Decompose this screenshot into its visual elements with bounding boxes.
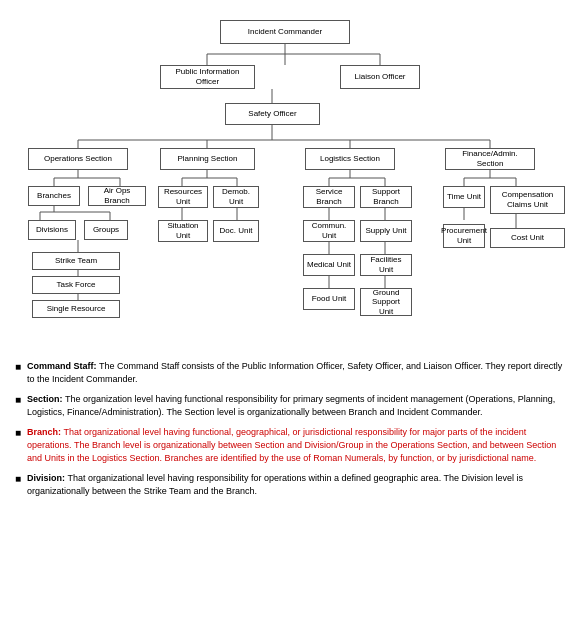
def-item-3: ■ Division: That organizational level ha… bbox=[15, 472, 570, 497]
box-resources-unit: Resources Unit bbox=[158, 186, 208, 208]
box-medical-unit: Medical Unit bbox=[303, 254, 355, 276]
box-commun-unit: Commun. Unit bbox=[303, 220, 355, 242]
box-operations: Operations Section bbox=[28, 148, 128, 170]
box-liaison: Liaison Officer bbox=[340, 65, 420, 89]
def-text-0: Command Staff: The Command Staff consist… bbox=[27, 360, 570, 385]
box-comp-claims: Compensation Claims Unit bbox=[490, 186, 565, 214]
box-air-ops: Air Ops Branch bbox=[88, 186, 146, 206]
box-ground-support: Ground Support Unit bbox=[360, 288, 412, 316]
def-body-3: That organizational level having respons… bbox=[27, 473, 523, 496]
bullet-1: ■ bbox=[15, 394, 21, 405]
def-term-2: Branch: bbox=[27, 427, 61, 437]
def-text-2: Branch: That organizational level having… bbox=[27, 426, 570, 464]
box-divisions: Divisions bbox=[28, 220, 76, 240]
box-groups: Groups bbox=[84, 220, 128, 240]
box-planning: Planning Section bbox=[160, 148, 255, 170]
def-body-2: That organizational level having functio… bbox=[27, 427, 556, 462]
box-situation-unit: Situation Unit bbox=[158, 220, 208, 242]
def-text-3: Division: That organizational level havi… bbox=[27, 472, 570, 497]
definitions-section: ■ Command Staff: The Command Staff consi… bbox=[10, 360, 575, 497]
bullet-3: ■ bbox=[15, 473, 21, 484]
def-item-1: ■ Section: The organization level having… bbox=[15, 393, 570, 418]
box-supply-unit: Supply Unit bbox=[360, 220, 412, 242]
box-food-unit: Food Unit bbox=[303, 288, 355, 310]
def-body-1: The organization level having functional… bbox=[27, 394, 555, 417]
def-item-0: ■ Command Staff: The Command Staff consi… bbox=[15, 360, 570, 385]
def-term-1: Section: bbox=[27, 394, 63, 404]
def-term-0: Command Staff: bbox=[27, 361, 97, 371]
def-item-2: ■ Branch: That organizational level havi… bbox=[15, 426, 570, 464]
box-task-force: Task Force bbox=[32, 276, 120, 294]
box-public-info: Public Information Officer bbox=[160, 65, 255, 89]
box-service-branch: Service Branch bbox=[303, 186, 355, 208]
def-text-1: Section: The organization level having f… bbox=[27, 393, 570, 418]
box-facilities-unit: Facilities Unit bbox=[360, 254, 412, 276]
org-chart: Incident Commander Public Information Of… bbox=[10, 10, 575, 350]
box-cost-unit: Cost Unit bbox=[490, 228, 565, 248]
box-logistics: Logistics Section bbox=[305, 148, 395, 170]
box-single-resource: Single Resource bbox=[32, 300, 120, 318]
bullet-0: ■ bbox=[15, 361, 21, 372]
connector-lines bbox=[10, 10, 575, 350]
def-term-3: Division: bbox=[27, 473, 65, 483]
box-branches: Branches bbox=[28, 186, 80, 206]
box-doc-unit: Doc. Unit bbox=[213, 220, 259, 242]
def-body-0: The Command Staff consists of the Public… bbox=[27, 361, 562, 384]
box-procurement: Procurement Unit bbox=[443, 224, 485, 248]
box-safety: Safety Officer bbox=[225, 103, 320, 125]
box-time-unit: Time Unit bbox=[443, 186, 485, 208]
box-strike-team: Strike Team bbox=[32, 252, 120, 270]
box-incident-commander: Incident Commander bbox=[220, 20, 350, 44]
box-support-branch: Support Branch bbox=[360, 186, 412, 208]
box-demob-unit: Demob. Unit bbox=[213, 186, 259, 208]
bullet-2: ■ bbox=[15, 427, 21, 438]
box-finance: Finance/Admin. Section bbox=[445, 148, 535, 170]
